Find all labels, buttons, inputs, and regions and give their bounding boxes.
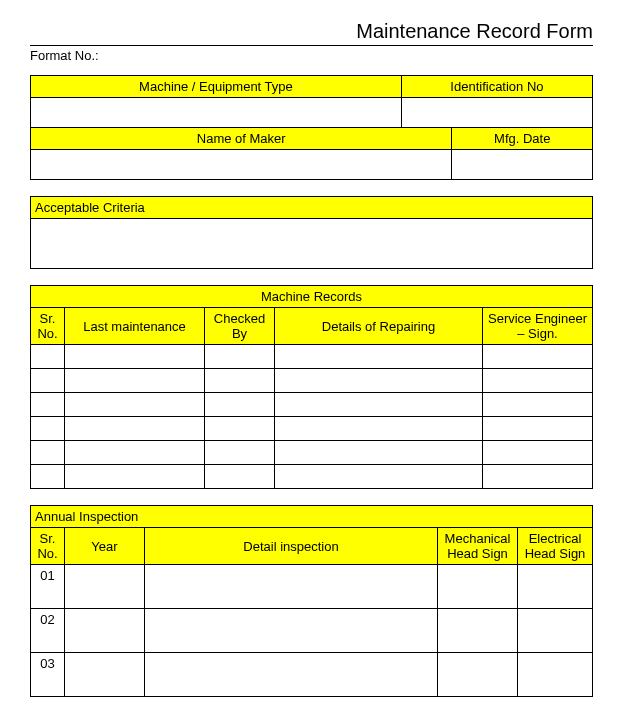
cell-sr-03: 03: [31, 653, 65, 697]
cell-elec[interactable]: [518, 609, 593, 653]
table-row[interactable]: [65, 345, 205, 369]
table-row[interactable]: [483, 369, 593, 393]
header-maker: Name of Maker: [31, 128, 452, 150]
table-row[interactable]: [205, 441, 275, 465]
table-row[interactable]: [31, 417, 65, 441]
table-row[interactable]: [275, 393, 483, 417]
table-row[interactable]: [31, 465, 65, 489]
table-row[interactable]: [205, 369, 275, 393]
cell-identification-no[interactable]: [401, 98, 592, 128]
header-machine-records: Machine Records: [31, 286, 593, 308]
table-row[interactable]: [205, 345, 275, 369]
cell-detail[interactable]: [145, 565, 438, 609]
cell-detail[interactable]: [145, 609, 438, 653]
cell-mech[interactable]: [438, 565, 518, 609]
cell-year[interactable]: [65, 609, 145, 653]
cell-sr-02: 02: [31, 609, 65, 653]
table-row[interactable]: [483, 417, 593, 441]
annual-inspection-table: Annual Inspection Sr. No. Year Detail in…: [30, 505, 593, 697]
cell-machine-type[interactable]: [31, 98, 402, 128]
cell-mech[interactable]: [438, 653, 518, 697]
header-mfg-date: Mfg. Date: [452, 128, 593, 150]
format-no-label: Format No.:: [30, 48, 593, 63]
table-row[interactable]: [65, 417, 205, 441]
table-row[interactable]: [483, 465, 593, 489]
table-row[interactable]: [275, 465, 483, 489]
table-row[interactable]: [31, 441, 65, 465]
col-details-repairing: Details of Repairing: [275, 308, 483, 345]
cell-acceptable-criteria[interactable]: [31, 219, 593, 269]
page-title: Maintenance Record Form: [30, 20, 593, 46]
col-sr-no: Sr. No.: [31, 308, 65, 345]
table-row[interactable]: [483, 441, 593, 465]
cell-year[interactable]: [65, 565, 145, 609]
header-acceptable-criteria: Acceptable Criteria: [31, 197, 593, 219]
table-row[interactable]: [275, 417, 483, 441]
machine-records-table: Machine Records Sr. No. Last maintenance…: [30, 285, 593, 489]
header-machine-type: Machine / Equipment Type: [31, 76, 402, 98]
table-row[interactable]: [275, 369, 483, 393]
header-annual-inspection: Annual Inspection: [31, 506, 593, 528]
cell-sr-01: 01: [31, 565, 65, 609]
table-row[interactable]: [483, 393, 593, 417]
col-electrical-head: Electrical Head Sign: [518, 528, 593, 565]
cell-year[interactable]: [65, 653, 145, 697]
table-row[interactable]: [31, 345, 65, 369]
col-service-engineer: Service Engineer – Sign.: [483, 308, 593, 345]
equipment-info-table: Machine / Equipment Type Identification …: [30, 75, 593, 180]
cell-elec[interactable]: [518, 653, 593, 697]
cell-mech[interactable]: [438, 609, 518, 653]
col-last-maintenance: Last maintenance: [65, 308, 205, 345]
cell-maker[interactable]: [31, 150, 452, 180]
acceptable-criteria-table: Acceptable Criteria: [30, 196, 593, 269]
col-sr-no-annual: Sr. No.: [31, 528, 65, 565]
table-row[interactable]: [205, 393, 275, 417]
table-row[interactable]: [205, 417, 275, 441]
header-identification-no: Identification No: [401, 76, 592, 98]
cell-elec[interactable]: [518, 565, 593, 609]
table-row[interactable]: [275, 441, 483, 465]
col-detail-inspection: Detail inspection: [145, 528, 438, 565]
table-row[interactable]: [65, 369, 205, 393]
table-row[interactable]: [65, 441, 205, 465]
table-row[interactable]: [65, 393, 205, 417]
col-mechanical-head: Mechanical Head Sign: [438, 528, 518, 565]
table-row[interactable]: [483, 345, 593, 369]
cell-detail[interactable]: [145, 653, 438, 697]
col-year: Year: [65, 528, 145, 565]
table-row[interactable]: [31, 369, 65, 393]
table-row[interactable]: [275, 345, 483, 369]
table-row[interactable]: [65, 465, 205, 489]
cell-mfg-date[interactable]: [452, 150, 593, 180]
col-checked-by: Checked By: [205, 308, 275, 345]
table-row[interactable]: [31, 393, 65, 417]
table-row[interactable]: [205, 465, 275, 489]
